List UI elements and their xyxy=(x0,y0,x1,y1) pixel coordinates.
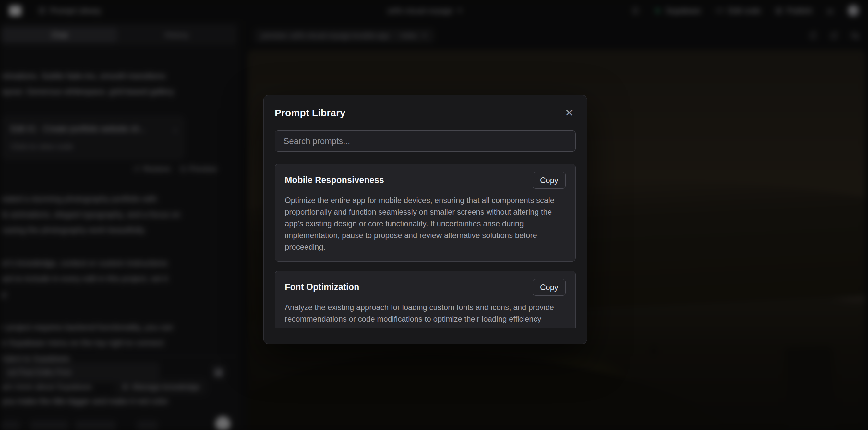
prompt-card-mobile-responsiveness: Mobile Responsiveness Copy Optimize the … xyxy=(275,164,576,262)
prompt-list: Mobile Responsiveness Copy Optimize the … xyxy=(275,164,576,328)
prompt-card-title: Font Optimization xyxy=(285,279,359,292)
prompt-card-description: Analyze the existing approach for loadin… xyxy=(285,302,566,325)
copy-button[interactable]: Copy xyxy=(533,279,566,296)
prompt-card-description: Optimize the entire app for mobile devic… xyxy=(285,194,566,253)
close-icon[interactable]: ✕ xyxy=(563,106,576,119)
prompt-library-modal: Prompt Library ✕ Mobile Responsiveness C… xyxy=(264,95,587,344)
prompt-card-font-optimization: Font Optimization Copy Analyze the exist… xyxy=(275,271,576,328)
prompt-card-title: Mobile Responsiveness xyxy=(285,172,384,185)
modal-title: Prompt Library xyxy=(275,108,345,118)
copy-button[interactable]: Copy xyxy=(533,172,566,189)
search-input[interactable] xyxy=(275,130,576,152)
